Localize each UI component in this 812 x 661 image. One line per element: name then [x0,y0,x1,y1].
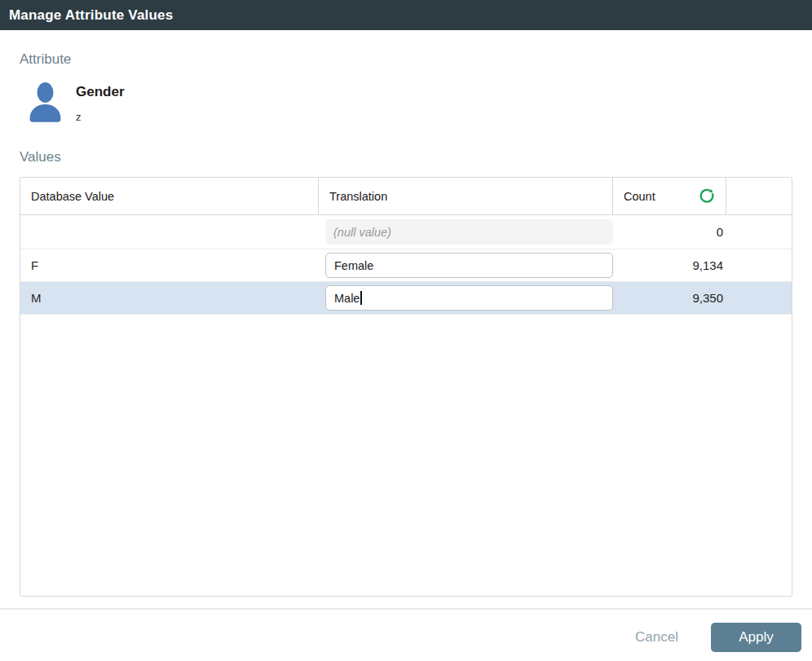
attribute-name: Gender [76,84,125,100]
text-cursor [360,291,362,305]
dialog-titlebar: Manage Attribute Values [0,0,812,30]
column-header-database-value: Database Value [20,178,319,214]
table-row[interactable]: (null value) 0 [20,215,792,249]
database-value-cell: M [20,291,319,305]
translation-field-null[interactable]: (null value) [325,219,613,245]
translation-input-male[interactable]: Male [325,285,613,311]
dialog-title: Manage Attribute Values [9,7,173,24]
apply-button[interactable]: Apply [711,623,801,652]
table-empty-area [20,315,792,596]
count-cell: 9,134 [613,258,726,272]
person-icon [27,82,64,126]
count-cell: 9,350 [613,291,726,305]
values-section-label: Values [20,149,812,165]
column-header-count: Count [613,178,726,214]
attribute-subtitle: z [76,111,125,123]
attribute-section-label: Attribute [20,51,812,68]
database-value-cell: F [20,258,319,272]
attribute-summary: Gender z [27,82,812,122]
table-header-row: Database Value Translation Count [20,178,792,215]
column-header-actions [726,178,792,214]
dialog-footer: Cancel Apply [0,610,812,661]
column-header-translation: Translation [319,178,613,214]
translation-text: Female [334,259,373,272]
count-cell: 0 [613,225,726,239]
translation-text: Male [334,292,360,305]
table-row[interactable]: M Male 9,350 [20,282,792,315]
cancel-button[interactable]: Cancel [627,624,686,650]
values-table: Database Value Translation Count (null v… [20,177,792,597]
count-header-label: Count [624,190,655,203]
table-row[interactable]: F Female 9,134 [20,249,792,282]
translation-input-female[interactable]: Female [325,253,613,278]
refresh-icon[interactable] [698,187,716,205]
